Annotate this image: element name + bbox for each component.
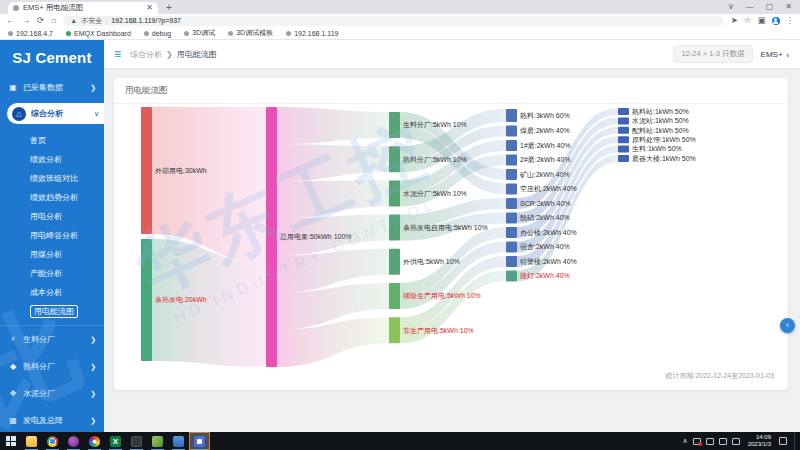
sankey-node-1[interactable]	[141, 239, 152, 361]
sankey-node-9[interactable]	[389, 317, 400, 343]
taskbar-app-code-editor[interactable]	[147, 432, 168, 450]
share-icon[interactable]: ➤	[731, 14, 738, 27]
tray-display-icon[interactable]	[706, 438, 714, 445]
sankey-node-4[interactable]	[389, 146, 400, 172]
sidebar-group-droplet[interactable]: ◆熟料分厂❯	[0, 353, 104, 380]
browser-tab[interactable]: EMS+ 用电能流图 ✕	[8, 2, 158, 14]
sidebar-submenu-item[interactable]: 用电峰谷分析	[0, 226, 104, 245]
taskbar-app-remote-app[interactable]	[168, 432, 189, 450]
window-close-icon[interactable]: ✕	[785, 0, 792, 14]
side-panel-icon[interactable]: ▣	[757, 14, 765, 27]
bookmark-item[interactable]: EMQX Dashboard	[66, 30, 131, 37]
sankey-node-label: 总用电量:50kWh 100%	[279, 233, 352, 241]
reload-icon[interactable]: ⟳	[37, 14, 44, 27]
sankey-node-label: 原料处理:1kWh 50%	[632, 136, 696, 144]
url-input[interactable]: ▲ 不安全 192.168.1.119/?p=937	[63, 16, 723, 26]
taskbar-app-file-explorer[interactable]	[21, 432, 42, 450]
new-tab-button[interactable]: +	[166, 2, 172, 14]
sidebar-group-comprehensive-analysis[interactable]: ⌂ 综合分析 ∨	[7, 103, 104, 124]
sankey-node-26[interactable]	[618, 146, 629, 153]
sankey-node-20[interactable]	[506, 256, 517, 267]
bookmark-item[interactable]: 192.168.4.7	[8, 30, 53, 37]
sankey-node-label: 路灯:2kWh 40%	[520, 272, 570, 280]
sankey-node-label: 生料:1kWh 50%	[632, 145, 682, 152]
profile-avatar[interactable]	[772, 17, 780, 25]
collapse-handle-button[interactable]: ‹	[780, 318, 795, 333]
sankey-node-14[interactable]	[506, 169, 517, 180]
tray-usb-icon[interactable]	[732, 438, 740, 445]
sidebar-submenu-item[interactable]: 用煤分析	[0, 245, 104, 264]
sankey-node-0[interactable]	[141, 107, 152, 234]
app-topbar: ≡ 综合分析 ❯ 用电能流图 12-24 > 1-3 日数据 EMS+ ∨	[104, 40, 800, 68]
sankey-node-2[interactable]	[266, 107, 277, 367]
sidebar-submenu-item[interactable]: 绩效分析	[0, 150, 104, 169]
sankey-node-3[interactable]	[389, 112, 400, 138]
taskbar-app-excel[interactable]: X	[105, 432, 126, 450]
sidebar-group-tools[interactable]: ❖水泥分厂❯	[0, 380, 104, 407]
taskbar-app-design-app[interactable]	[84, 432, 105, 450]
sankey-node-15[interactable]	[506, 184, 517, 195]
tray-volume-icon[interactable]	[719, 438, 727, 445]
kebab-menu-icon[interactable]: ⋮	[786, 14, 795, 27]
sankey-node-23[interactable]	[618, 117, 629, 124]
sankey-node-24[interactable]	[618, 127, 629, 134]
taskbar-app-teams[interactable]	[189, 432, 210, 450]
taskbar-app-media-app[interactable]	[63, 432, 84, 450]
taskbar-app-chrome[interactable]	[42, 432, 63, 450]
show-desktop-button[interactable]	[794, 432, 797, 450]
sankey-node-19[interactable]	[506, 242, 517, 253]
sidebar-submenu-item[interactable]: 绩效班组对比	[0, 169, 104, 188]
sidebar-item-collected-data[interactable]: ▣ 已采集数据 ❯	[0, 76, 104, 99]
tray-expand-icon[interactable]: ∧	[683, 437, 688, 445]
sankey-node-18[interactable]	[506, 227, 517, 238]
taskbar-clock[interactable]: 14:09 2023/1/3	[745, 434, 774, 449]
sankey-card: 用电能流图 外部用电:30kWh余热发电:20kWh总用电量:50kWh 100…	[114, 78, 788, 390]
window-menu-icon[interactable]: ∨	[728, 0, 734, 14]
window-minimize-icon[interactable]: —	[746, 0, 754, 14]
sankey-node-5[interactable]	[389, 180, 400, 206]
sankey-node-6[interactable]	[389, 215, 400, 241]
tray-app-icon[interactable]	[693, 438, 701, 445]
taskbar-app-terminal[interactable]	[126, 432, 147, 450]
sidebar-submenu-item[interactable]: 成本分析	[0, 283, 104, 302]
breadcrumb-section[interactable]: 综合分析	[130, 49, 162, 60]
sankey-node-8[interactable]	[389, 283, 400, 309]
sankey-node-11[interactable]	[506, 126, 517, 137]
sankey-node-27[interactable]	[618, 155, 629, 162]
sankey-node-17[interactable]	[506, 213, 517, 224]
sidebar-submenu-item[interactable]: 用电分析	[0, 207, 104, 226]
sankey-node-22[interactable]	[618, 108, 629, 115]
back-icon[interactable]: ←	[6, 14, 15, 27]
sidebar-group-lightning[interactable]: ⚡生料分厂❯	[0, 326, 104, 353]
window-maximize-icon[interactable]: ▢	[766, 0, 774, 14]
profile-menu[interactable]: EMS+ ∨	[761, 50, 790, 59]
hamburger-menu-icon[interactable]: ≡	[114, 40, 121, 68]
bookmark-item[interactable]: 192.168.1.119	[286, 30, 338, 37]
sankey-node-21[interactable]	[506, 271, 517, 282]
sankey-node-12[interactable]	[506, 140, 517, 151]
start-button[interactable]	[0, 432, 21, 450]
tab-close-icon[interactable]: ✕	[146, 4, 153, 12]
sankey-node-label: 余热发电:20kWh	[155, 296, 207, 304]
home-icon[interactable]: ⌂	[51, 14, 56, 27]
sidebar-submenu-item[interactable]: 产能分析	[0, 264, 104, 283]
sankey-node-7[interactable]	[389, 249, 400, 275]
sidebar-submenu-item[interactable]: 用电能流图	[0, 302, 104, 321]
sidebar-group-power[interactable]: ▦发电及总降❯	[0, 407, 104, 432]
sidebar-submenu-item[interactable]: 首页	[0, 131, 104, 150]
bookmark-item[interactable]: 3D调试模板	[228, 28, 273, 38]
date-range-button[interactable]: 12-24 > 1-3 日数据	[673, 45, 752, 63]
bookmark-item[interactable]: debug	[144, 30, 171, 37]
submenu-item-label: 绩效趋势分析	[30, 193, 78, 202]
forward-icon[interactable]: →	[22, 14, 31, 27]
bookmark-star-icon[interactable]: ☆	[744, 14, 752, 27]
sankey-node-13[interactable]	[506, 155, 517, 166]
sidebar-submenu-item[interactable]: 绩效趋势分析	[0, 188, 104, 207]
sankey-node-label: 生料分厂:5kWh 10%	[403, 121, 467, 129]
action-center-icon[interactable]	[779, 437, 787, 445]
bookmark-item[interactable]: 3D调试	[184, 28, 215, 38]
sankey-node-25[interactable]	[618, 136, 629, 143]
sankey-node-label: 熟料站:1kWh 50%	[632, 108, 689, 116]
sankey-node-16[interactable]	[506, 198, 517, 209]
sankey-node-10[interactable]	[506, 109, 517, 122]
